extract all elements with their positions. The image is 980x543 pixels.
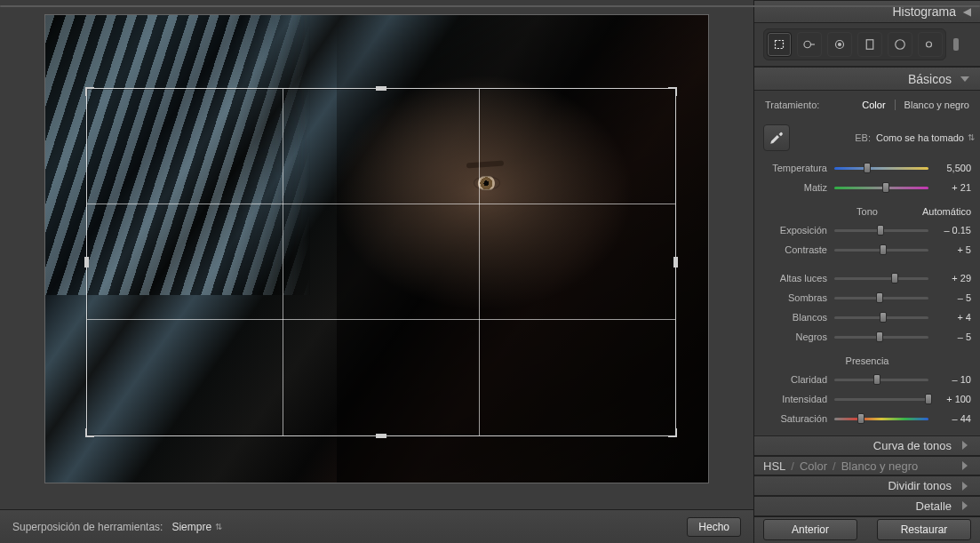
tone-curve-header[interactable]: Curva de tonos	[754, 435, 980, 456]
crop-overlay[interactable]	[86, 88, 676, 436]
label-vibrance: Intensidad	[763, 394, 827, 404]
value-tint: + 21	[936, 182, 971, 193]
detail-title: Detalle	[916, 499, 952, 513]
crop-handle-left[interactable]	[84, 257, 89, 268]
label-contrast: Contraste	[763, 244, 827, 255]
label-saturation: Saturación	[763, 413, 827, 424]
slider-temperature[interactable]: Temperatura 5,500	[763, 160, 971, 176]
crop-handle-bl[interactable]	[85, 428, 94, 437]
collapse-icon	[959, 482, 971, 491]
wb-select[interactable]: Como se ha tomado	[876, 132, 971, 143]
slider-clarity[interactable]: Claridad – 10	[763, 371, 971, 387]
toolstrip-slider[interactable]	[953, 38, 971, 51]
value-shadows: – 5	[936, 292, 971, 303]
label-clarity: Claridad	[763, 374, 827, 385]
value-exposure: – 0.15	[936, 225, 971, 236]
canvas-area	[0, 0, 753, 509]
tool-overlay-label: Superposición de herramientas:	[12, 521, 163, 533]
split-title: Dividir tonos	[888, 479, 952, 492]
slider-saturation[interactable]: Saturación – 44	[763, 411, 971, 427]
label-blacks: Negros	[763, 331, 827, 342]
slider-blacks[interactable]: Negros – 5	[763, 329, 971, 345]
slider-exposure[interactable]: Exposición – 0.15	[763, 222, 971, 238]
grad-filter-tool[interactable]	[857, 32, 882, 57]
crop-handle-tr[interactable]	[668, 87, 677, 96]
crop-handle-right[interactable]	[673, 257, 678, 268]
value-blacks: – 5	[936, 331, 971, 342]
svg-point-1	[804, 42, 811, 49]
treatment-bw[interactable]: Blanco y negro	[904, 100, 969, 110]
value-vibrance: + 100	[936, 394, 971, 404]
value-contrast: + 5	[936, 244, 971, 255]
slider-vibrance[interactable]: Intensidad + 100	[763, 391, 971, 407]
basics-header[interactable]: Básicos	[754, 67, 980, 90]
radial-filter-tool[interactable]	[888, 32, 912, 57]
basics-title: Básicos	[908, 72, 952, 86]
tone-curve-title: Curva de tonos	[873, 439, 952, 452]
bottom-toolbar: Superposición de herramientas: Siempre H…	[0, 509, 753, 543]
label-tint: Matiz	[763, 182, 827, 193]
treatment-label: Tratamiento:	[765, 100, 819, 110]
detail-header[interactable]: Detalle	[754, 496, 980, 516]
wb-label: EB:	[855, 132, 871, 143]
svg-point-3	[839, 44, 841, 46]
histogram-header[interactable]: Histograma ▶	[754, 0, 980, 23]
slider-shadows[interactable]: Sombras – 5	[763, 290, 971, 306]
collapse-icon	[959, 441, 971, 450]
label-exposure: Exposición	[763, 225, 827, 236]
done-button[interactable]: Hecho	[687, 517, 741, 537]
crop-handle-top[interactable]	[376, 86, 386, 91]
split-toning-header[interactable]: Dividir tonos	[754, 475, 980, 496]
value-clarity: – 10	[936, 374, 971, 385]
slider-tint[interactable]: Matiz + 21	[763, 180, 971, 196]
dev-toolstrip	[754, 23, 980, 67]
reset-button[interactable]: Restaurar	[877, 519, 971, 540]
redeye-tool[interactable]	[827, 32, 852, 57]
previous-button[interactable]: Anterior	[763, 519, 857, 540]
hsl-seg-hsl[interactable]: HSL	[763, 459, 785, 473]
slider-highlights[interactable]: Altas luces + 29	[763, 270, 971, 286]
hsl-seg-bw[interactable]: Blanco y negro	[841, 459, 919, 473]
treatment-sep	[895, 100, 896, 110]
hsl-header[interactable]: HSL / Color / Blanco y negro	[754, 456, 980, 476]
spot-tool[interactable]	[797, 32, 822, 57]
svg-rect-4	[866, 40, 873, 50]
label-temperature: Temperatura	[763, 163, 827, 173]
crop-handle-bottom[interactable]	[376, 434, 386, 438]
svg-rect-0	[776, 41, 784, 49]
presence-heading: Presencia	[846, 355, 889, 366]
crop-handle-tl[interactable]	[85, 87, 94, 96]
value-temperature: 5,500	[936, 163, 971, 173]
image-canvas[interactable]	[44, 14, 709, 483]
collapse-icon	[959, 461, 971, 470]
collapse-icon: ▶	[963, 5, 971, 18]
slider-contrast[interactable]: Contraste + 5	[763, 242, 971, 258]
svg-point-5	[896, 40, 905, 50]
side-bottom-bar: Anterior Restaurar	[754, 516, 980, 543]
slider-whites[interactable]: Blancos + 4	[763, 309, 971, 325]
label-whites: Blancos	[763, 312, 827, 323]
basics-panel: Tratamiento: Color Blanco y negro EB: Co…	[754, 91, 980, 435]
tone-heading: Tono	[857, 206, 878, 217]
hsl-seg-color[interactable]: Color	[800, 459, 827, 473]
auto-tone-button[interactable]: Automático	[922, 206, 971, 217]
brush-tool[interactable]	[918, 32, 943, 57]
value-highlights: + 29	[936, 273, 971, 283]
collapse-icon	[959, 501, 971, 510]
value-saturation: – 44	[936, 413, 971, 424]
crop-handle-br[interactable]	[668, 428, 677, 437]
expand-icon	[959, 76, 971, 82]
svg-point-6	[927, 42, 932, 47]
tool-overlay-select[interactable]: Siempre	[171, 521, 219, 533]
white-balance-eyedropper[interactable]	[763, 124, 790, 151]
label-shadows: Sombras	[763, 292, 827, 303]
label-highlights: Altas luces	[763, 273, 827, 283]
right-panel: Histograma ▶	[753, 0, 980, 543]
crop-tool[interactable]	[767, 32, 792, 57]
value-whites: + 4	[936, 312, 971, 323]
treatment-color[interactable]: Color	[862, 100, 885, 110]
